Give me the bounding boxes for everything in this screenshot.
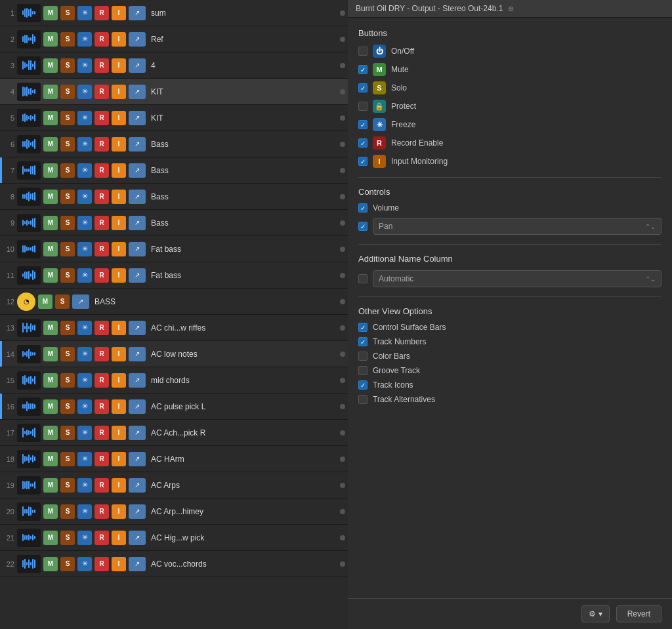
- track-row[interactable]: 2 MS✳RI↗Ref: [0, 26, 348, 52]
- freeze-button[interactable]: ✳: [77, 399, 92, 414]
- view-option-checkbox[interactable]: [358, 366, 368, 375]
- input-monitor-button[interactable]: I: [112, 32, 126, 47]
- freeze-button[interactable]: ✳: [77, 6, 92, 20]
- freeze-button[interactable]: ✳: [77, 347, 92, 361]
- mute-button[interactable]: M: [43, 321, 58, 335]
- input-monitor-button[interactable]: I: [112, 268, 126, 283]
- input-monitor-button[interactable]: I: [112, 531, 126, 545]
- track-arrow-button[interactable]: ↗: [129, 347, 146, 361]
- solo-button[interactable]: S: [60, 504, 75, 519]
- track-row[interactable]: 15 MS✳RI↗mid chords: [0, 367, 348, 394]
- input-monitor-button[interactable]: I: [112, 504, 126, 519]
- record-button[interactable]: R: [94, 347, 109, 361]
- input-monitor-button[interactable]: I: [112, 111, 126, 125]
- mute-button[interactable]: M: [43, 58, 58, 73]
- track-row[interactable]: 4 MS✳RI↗KIT: [0, 79, 348, 105]
- input-monitor-button[interactable]: I: [112, 216, 126, 230]
- freeze-button[interactable]: ✳: [77, 111, 92, 125]
- mute-button[interactable]: M: [43, 6, 58, 20]
- solo-button[interactable]: S: [60, 85, 75, 99]
- track-row[interactable]: 6 MS✳RI↗Bass: [0, 131, 348, 157]
- track-row[interactable]: 10 MS✳RI↗Fat bass: [0, 236, 348, 262]
- freeze-button[interactable]: ✳: [77, 321, 92, 335]
- track-arrow-button[interactable]: ↗: [129, 216, 146, 230]
- button-checkbox[interactable]: [358, 102, 368, 111]
- record-button[interactable]: R: [94, 478, 109, 493]
- solo-button[interactable]: S: [60, 399, 75, 414]
- solo-button[interactable]: S: [60, 373, 75, 388]
- input-monitor-button[interactable]: I: [112, 478, 126, 493]
- record-button[interactable]: R: [94, 426, 109, 440]
- freeze-button[interactable]: ✳: [77, 268, 92, 283]
- input-monitor-button[interactable]: I: [112, 85, 126, 99]
- view-option-checkbox[interactable]: [358, 395, 368, 404]
- track-row[interactable]: 19 MS✳RI↗AC Arps: [0, 472, 348, 498]
- mute-button[interactable]: M: [43, 242, 58, 256]
- freeze-button[interactable]: ✳: [77, 504, 92, 519]
- mute-button[interactable]: M: [43, 111, 58, 125]
- input-monitor-button[interactable]: I: [112, 452, 126, 466]
- record-button[interactable]: R: [94, 6, 109, 20]
- revert-button[interactable]: Revert: [616, 605, 662, 622]
- solo-button[interactable]: S: [60, 531, 75, 545]
- track-arrow-button[interactable]: ↗: [129, 6, 146, 20]
- solo-button[interactable]: S: [60, 268, 75, 283]
- mute-button[interactable]: M: [43, 163, 58, 178]
- track-row[interactable]: 8 MS✳RI↗Bass: [0, 184, 348, 210]
- track-arrow-button[interactable]: ↗: [129, 268, 146, 283]
- track-row[interactable]: 14 MS✳RI↗AC low notes: [0, 341, 348, 367]
- input-monitor-button[interactable]: I: [112, 163, 126, 178]
- track-arrow-button[interactable]: ↗: [129, 426, 146, 440]
- button-checkbox[interactable]: [358, 65, 368, 74]
- solo-button[interactable]: S: [60, 242, 75, 256]
- track-arrow-button[interactable]: ↗: [129, 190, 146, 204]
- view-option-checkbox[interactable]: [358, 337, 368, 346]
- additional-name-checkbox[interactable]: [358, 274, 368, 283]
- solo-button[interactable]: S: [60, 32, 75, 47]
- solo-button[interactable]: S: [60, 216, 75, 230]
- track-arrow-button[interactable]: ↗: [129, 163, 146, 178]
- mute-button[interactable]: M: [43, 216, 58, 230]
- solo-button[interactable]: S: [60, 557, 75, 571]
- record-button[interactable]: R: [94, 216, 109, 230]
- input-monitor-button[interactable]: I: [112, 242, 126, 256]
- track-row[interactable]: 20 MS✳RI↗AC Arp...himey: [0, 498, 348, 525]
- freeze-button[interactable]: ✳: [77, 216, 92, 230]
- solo-button[interactable]: S: [55, 294, 70, 309]
- record-button[interactable]: R: [94, 399, 109, 414]
- freeze-button[interactable]: ✳: [77, 32, 92, 47]
- solo-button[interactable]: S: [60, 452, 75, 466]
- freeze-button[interactable]: ✳: [77, 452, 92, 466]
- freeze-button[interactable]: ✳: [77, 557, 92, 571]
- mute-button[interactable]: M: [43, 531, 58, 545]
- record-button[interactable]: R: [94, 321, 109, 335]
- solo-button[interactable]: S: [60, 111, 75, 125]
- track-arrow-button[interactable]: ↗: [129, 399, 146, 414]
- input-monitor-button[interactable]: I: [112, 6, 126, 20]
- track-arrow-button[interactable]: ↗: [129, 452, 146, 466]
- mute-button[interactable]: M: [43, 478, 58, 493]
- freeze-button[interactable]: ✳: [77, 163, 92, 178]
- button-checkbox[interactable]: [358, 83, 368, 92]
- control-dropdown[interactable]: Pan ⌃⌄: [373, 218, 662, 235]
- track-arrow-button[interactable]: ↗: [129, 557, 146, 571]
- record-button[interactable]: R: [94, 85, 109, 99]
- mute-button[interactable]: M: [43, 347, 58, 361]
- control-checkbox[interactable]: [358, 203, 368, 213]
- solo-button[interactable]: S: [60, 6, 75, 20]
- record-button[interactable]: R: [94, 137, 109, 152]
- track-row[interactable]: 11 MS✳RI↗Fat bass: [0, 262, 348, 289]
- mute-button[interactable]: M: [43, 373, 58, 388]
- freeze-button[interactable]: ✳: [77, 426, 92, 440]
- input-monitor-button[interactable]: I: [112, 137, 126, 152]
- mute-button[interactable]: M: [43, 32, 58, 47]
- input-monitor-button[interactable]: I: [112, 557, 126, 571]
- freeze-button[interactable]: ✳: [77, 85, 92, 99]
- record-button[interactable]: R: [94, 58, 109, 73]
- record-button[interactable]: R: [94, 373, 109, 388]
- additional-name-dropdown[interactable]: Automatic ⌃⌄: [373, 270, 662, 287]
- track-arrow-button[interactable]: ↗: [129, 321, 146, 335]
- record-button[interactable]: R: [94, 557, 109, 571]
- record-button[interactable]: R: [94, 242, 109, 256]
- record-button[interactable]: R: [94, 452, 109, 466]
